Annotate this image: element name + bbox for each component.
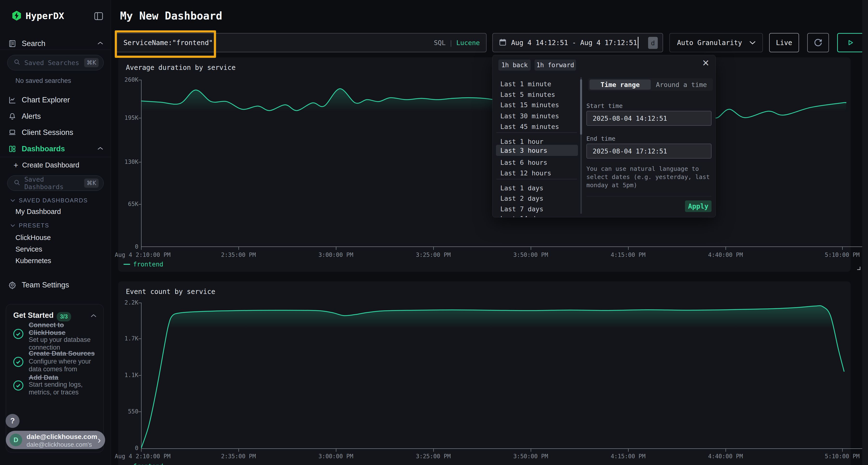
help-button[interactable]: ? <box>5 414 20 428</box>
date-shortcut-badge[interactable]: d <box>648 37 658 49</box>
x-tick-label: 4:15:00 PM <box>611 453 646 460</box>
y-tick-label: 1.1K <box>118 372 138 378</box>
close-icon[interactable]: × <box>702 56 709 69</box>
range-option-selected[interactable]: Last 3 hours <box>500 145 547 156</box>
legend[interactable]: frontend <box>123 261 163 268</box>
line-chart-event-count[interactable] <box>141 303 866 449</box>
range-option[interactable]: Last 6 hours <box>500 157 547 168</box>
saved-searches-input[interactable]: Saved Searches ⌘K <box>7 55 104 70</box>
get-started-item-title[interactable]: Create Data Sources <box>29 350 99 357</box>
range-option[interactable]: Last 2 days <box>500 193 544 204</box>
x-tick-label: 3:50:00 PM <box>513 453 548 460</box>
x-tick-label: 3:50:00 PM <box>513 252 548 258</box>
calendar-icon <box>499 38 507 47</box>
section-label: SAVED DASHBOARDS <box>19 197 88 204</box>
tab-time-range[interactable]: Time range <box>590 79 651 90</box>
x-tick-label: 3:00:00 PM <box>318 453 353 460</box>
text-cursor <box>638 37 639 48</box>
chevron-up-icon[interactable] <box>90 314 97 319</box>
create-dashboard-button[interactable]: + Create Dashboard <box>13 161 79 170</box>
hyperdx-logo-icon <box>11 10 22 22</box>
sql-mode-toggle[interactable]: SQL <box>434 39 445 46</box>
get-started-item-title[interactable]: Add Data <box>29 374 99 381</box>
annotation-highlight-box <box>115 30 216 58</box>
avatar: D <box>10 434 22 446</box>
check-circle-icon <box>13 328 24 340</box>
range-option[interactable]: Last 30 minutes <box>500 110 559 121</box>
sidebar-item-my-dashboard[interactable]: My Dashboard <box>16 208 61 215</box>
range-option[interactable]: Last 1 days <box>500 182 544 193</box>
scrollbar-thumb[interactable] <box>580 79 582 135</box>
x-tick-label: 2:35:00 PM <box>221 453 256 460</box>
chart-title: Average duration by service <box>126 64 236 72</box>
range-option[interactable]: Last 5 minutes <box>500 89 555 100</box>
time-range-input[interactable]: Aug 4 14:12:51 - Aug 4 17:12:51 d <box>492 33 663 52</box>
shortcut-badge: ⌘K <box>84 178 99 188</box>
x-tick-label: 3:25:00 PM <box>416 453 451 460</box>
sidebar-item-label: Alerts <box>22 112 41 121</box>
resize-handle-icon[interactable] <box>857 266 861 271</box>
no-saved-searches-text: No saved searches <box>16 77 71 85</box>
get-started-item-desc: Start sending logs, metrics, or traces <box>29 381 100 396</box>
time-range-value: Aug 4 14:12:51 - Aug 4 17:12:51 <box>511 39 637 47</box>
user-menu[interactable]: D dale@clickhouse.com dale@clickhouse.co… <box>6 431 105 449</box>
legend[interactable]: frontend <box>123 463 163 465</box>
get-started-item-title[interactable]: Connect to ClickHouse <box>29 321 99 337</box>
presets-header[interactable]: PRESETS <box>10 222 49 229</box>
live-button[interactable]: Live <box>769 33 799 52</box>
start-time-label: Start time <box>586 102 623 109</box>
saved-dashboards-input[interactable]: Saved Dashboards ⌘K <box>7 175 104 191</box>
sidebar-item-kubernetes[interactable]: Kubernetes <box>16 257 51 265</box>
sidebar-item-search[interactable]: Search <box>0 36 111 52</box>
range-option[interactable]: Last 7 days <box>500 204 544 214</box>
saved-dashboards-placeholder: Saved Dashboards <box>24 176 84 191</box>
sidebar-item-alerts[interactable]: Alerts <box>0 108 111 124</box>
run-query-button[interactable] <box>837 33 864 52</box>
x-tick-label: 4:15:00 PM <box>611 252 646 258</box>
lucene-mode-toggle[interactable]: Lucene <box>456 39 480 46</box>
range-option[interactable]: Last 1 minute <box>500 78 551 89</box>
y-tick-label: 1.7K <box>118 335 138 342</box>
chart-panel-avg-duration: Average duration by service 260K 195K 13… <box>118 57 850 272</box>
x-tick-label: Aug 4 2:10:00 PM <box>115 252 170 258</box>
saved-dashboards-header[interactable]: SAVED DASHBOARDS <box>10 197 88 204</box>
range-option[interactable]: Last 14 days <box>500 213 547 217</box>
x-tick-label: 4:40:00 PM <box>708 453 743 460</box>
sidebar-item-client-sessions[interactable]: Client Sessions <box>0 125 111 140</box>
start-time-input[interactable]: 2025-08-04 14:12:51 <box>586 111 712 126</box>
divider <box>0 157 111 157</box>
collapse-sidebar-icon[interactable] <box>94 12 103 21</box>
apply-button[interactable]: Apply <box>685 200 712 212</box>
granularity-select[interactable]: Auto Granularity <box>669 33 763 52</box>
get-started-title: Get Started <box>13 311 54 320</box>
y-tick-label: 260K <box>118 76 138 83</box>
end-time-input[interactable]: 2025-08-04 17:12:51 <box>586 143 712 159</box>
shift-back-button[interactable]: 1h back <box>498 60 531 71</box>
sidebar-item-dashboards[interactable]: Dashboards <box>0 141 111 157</box>
range-option[interactable]: Last 15 minutes <box>500 100 559 110</box>
y-tick-label: 0 <box>118 445 138 452</box>
sidebar-item-clickhouse[interactable]: ClickHouse <box>16 234 51 242</box>
bell-icon <box>8 112 17 121</box>
x-axis-line <box>141 246 866 247</box>
refresh-button[interactable] <box>807 33 829 52</box>
sidebar-item-team-settings[interactable]: Team Settings <box>0 277 111 293</box>
saved-searches-placeholder: Saved Searches <box>24 59 84 66</box>
sidebar-item-services[interactable]: Services <box>16 245 42 253</box>
range-option[interactable]: Last 45 minutes <box>500 121 559 132</box>
tab-around-a-time[interactable]: Around a time <box>651 79 712 90</box>
laptop-icon <box>8 128 17 137</box>
sidebar-item-label: Chart Explorer <box>22 96 70 104</box>
check-circle-icon <box>13 380 24 392</box>
sidebar-item-label: Client Sessions <box>22 128 73 137</box>
x-tick-label: 2:35:00 PM <box>221 252 256 258</box>
user-org: dale@clickhouse.com's <box>27 441 92 449</box>
scroll-gutter[interactable] <box>862 0 868 465</box>
sidebar-item-label: Search <box>22 39 45 48</box>
get-started-progress-badge: 3/3 <box>57 312 71 322</box>
shift-forward-button[interactable]: 1h forward <box>534 60 576 71</box>
legend-series-name: frontend <box>133 463 163 465</box>
sidebar-item-chart-explorer[interactable]: Chart Explorer <box>0 92 111 108</box>
time-picker-popup: 1h back 1h forward × Last 1 minute Last … <box>492 55 716 217</box>
range-option[interactable]: Last 12 hours <box>500 168 551 178</box>
